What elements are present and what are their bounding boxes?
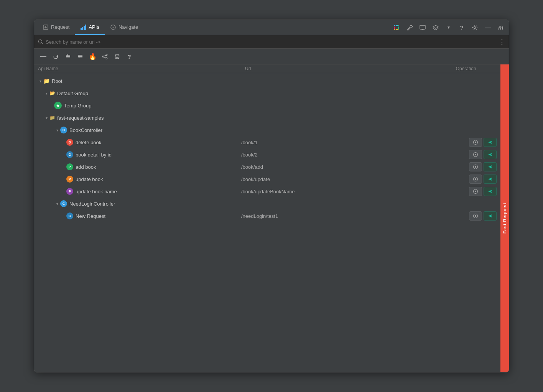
add-book-config-btn[interactable] bbox=[469, 162, 482, 171]
col-header-url: Url bbox=[245, 66, 435, 71]
new-request-label: New Request bbox=[76, 213, 105, 219]
book-detail-label: book detail by id bbox=[76, 152, 112, 158]
layers-button[interactable] bbox=[431, 23, 441, 33]
tree-row-update-book[interactable]: P update book /book/update bbox=[34, 173, 500, 185]
folder-icon-root: 📁 bbox=[43, 78, 50, 84]
tab-bar: Request APIs Navigate bbox=[34, 20, 509, 35]
fire-button[interactable]: 🔥 bbox=[87, 51, 98, 62]
col-header-name: Api Name bbox=[38, 66, 245, 71]
update-book-url: /book/update bbox=[241, 176, 435, 182]
settings-button[interactable] bbox=[470, 23, 480, 33]
svg-point-38 bbox=[475, 166, 476, 168]
database-button[interactable] bbox=[112, 51, 122, 62]
badge-update-book-name: P bbox=[66, 188, 73, 195]
main-window: Request APIs Navigate bbox=[34, 20, 509, 372]
chevron-down-button[interactable]: ▼ bbox=[444, 23, 454, 33]
svg-rect-3 bbox=[84, 26, 85, 30]
delete-book-config-btn[interactable] bbox=[469, 138, 482, 147]
book-detail-config-btn[interactable] bbox=[469, 150, 482, 159]
badge-update-book: P bbox=[66, 176, 73, 183]
chevron-default-group: ▾ bbox=[43, 90, 49, 96]
chevron-book-controller: ▾ bbox=[54, 127, 60, 133]
tree-row-need-login-controller[interactable]: ▾ C NeedLoginController bbox=[34, 198, 500, 210]
delete-book-url: /book/1 bbox=[241, 140, 435, 145]
svg-point-42 bbox=[475, 191, 476, 192]
tab-apis-label: APIs bbox=[89, 24, 99, 30]
chevron-root: ▾ bbox=[37, 78, 43, 84]
toolbar-right: ▼ ? — m bbox=[392, 23, 506, 33]
tree-row-book-detail[interactable]: G book detail by id /book/2 bbox=[34, 148, 500, 161]
star-badge-temp-group: ★ bbox=[54, 102, 62, 109]
book-detail-send-btn[interactable] bbox=[484, 150, 497, 159]
slack-button[interactable] bbox=[392, 23, 401, 33]
share-button[interactable] bbox=[99, 51, 110, 62]
tab-apis[interactable]: APIs bbox=[75, 20, 104, 35]
book-controller-label: BookController bbox=[69, 127, 102, 133]
search-input[interactable] bbox=[46, 39, 496, 45]
tree-row-delete-book[interactable]: D delete book /book/1 bbox=[34, 136, 500, 148]
tree-row-temp-group[interactable]: ★ Temp Group bbox=[34, 99, 500, 112]
delete-book-send-btn[interactable] bbox=[484, 138, 497, 147]
expand-all-button[interactable] bbox=[63, 51, 73, 62]
svg-rect-12 bbox=[398, 25, 399, 26]
svg-point-44 bbox=[475, 215, 476, 217]
update-book-name-url: /book/updateBookName bbox=[241, 189, 435, 194]
tree-row-new-request[interactable]: G New Request /needLogin/test1 bbox=[34, 210, 500, 222]
update-book-config-btn[interactable] bbox=[469, 175, 482, 184]
tree-root: ▾ 📁 Root ▾ 📂 Default Group bbox=[34, 73, 500, 224]
tab-request[interactable]: Request bbox=[37, 20, 75, 35]
svg-rect-15 bbox=[420, 25, 425, 29]
collapse-button[interactable]: — bbox=[38, 51, 49, 62]
tree-row-fast-request-samples[interactable]: ▾ 📁 fast-request-samples bbox=[34, 112, 500, 124]
tree-row-book-controller[interactable]: ▾ C BookController bbox=[34, 124, 500, 136]
wrench-button[interactable] bbox=[405, 23, 415, 33]
tree-row-update-book-name[interactable]: P update book name /book/updateBookName bbox=[34, 185, 500, 198]
add-book-send-btn[interactable] bbox=[484, 162, 497, 171]
svg-rect-10 bbox=[394, 25, 395, 26]
help2-button[interactable]: ? bbox=[124, 51, 135, 62]
svg-rect-2 bbox=[82, 27, 83, 30]
update-book-label: update book bbox=[76, 176, 103, 182]
fast-request-samples-label: fast-request-samples bbox=[57, 115, 104, 121]
new-request-send-btn[interactable] bbox=[484, 211, 497, 221]
tree-row-default-group[interactable]: ▾ 📂 Default Group bbox=[34, 87, 500, 99]
svg-line-31 bbox=[104, 57, 106, 58]
new-request-url: /needLogin/test1 bbox=[241, 213, 435, 219]
update-book-name-send-btn[interactable] bbox=[484, 187, 497, 196]
svg-point-29 bbox=[102, 56, 104, 57]
screen-button[interactable] bbox=[418, 23, 428, 33]
default-group-label: Default Group bbox=[57, 91, 88, 96]
tab-navigate[interactable]: Navigate bbox=[105, 20, 143, 35]
help-button[interactable]: ? bbox=[457, 23, 467, 33]
minimize-button[interactable]: — bbox=[483, 23, 493, 33]
more-options-button[interactable]: ⋮ bbox=[499, 38, 505, 46]
collapse-all-button[interactable] bbox=[75, 51, 86, 62]
svg-rect-11 bbox=[398, 27, 399, 30]
fast-request-side-tab[interactable]: Fast Request bbox=[500, 64, 509, 372]
apis-icon bbox=[80, 24, 86, 30]
m-button[interactable]: m bbox=[496, 23, 506, 33]
svg-rect-14 bbox=[394, 29, 395, 30]
folder-icon-fast-request-samples: 📁 bbox=[49, 115, 55, 120]
update-book-send-btn[interactable] bbox=[484, 175, 497, 184]
search-bar: ⋮ bbox=[34, 35, 509, 49]
tree-row-root[interactable]: ▾ 📁 Root bbox=[34, 75, 500, 87]
chevron-need-login-controller: ▾ bbox=[54, 201, 60, 207]
root-label: Root bbox=[52, 78, 62, 84]
svg-rect-1 bbox=[81, 28, 82, 30]
svg-rect-9 bbox=[396, 25, 398, 26]
badge-book-controller: C bbox=[60, 127, 67, 133]
svg-point-6 bbox=[112, 26, 114, 28]
tree-row-add-book[interactable]: P add book /book/add bbox=[34, 161, 500, 173]
svg-point-27 bbox=[106, 54, 107, 56]
delete-book-label: delete book bbox=[76, 140, 101, 145]
refresh-button[interactable] bbox=[50, 51, 61, 62]
update-book-name-config-btn[interactable] bbox=[469, 187, 482, 196]
svg-rect-13 bbox=[396, 29, 398, 30]
new-request-config-btn[interactable] bbox=[469, 211, 482, 221]
temp-group-label: Temp Group bbox=[64, 103, 92, 109]
tab-request-label: Request bbox=[51, 24, 69, 30]
add-book-url: /book/add bbox=[241, 164, 435, 170]
add-book-label: add book bbox=[76, 164, 96, 170]
svg-line-20 bbox=[42, 43, 43, 44]
